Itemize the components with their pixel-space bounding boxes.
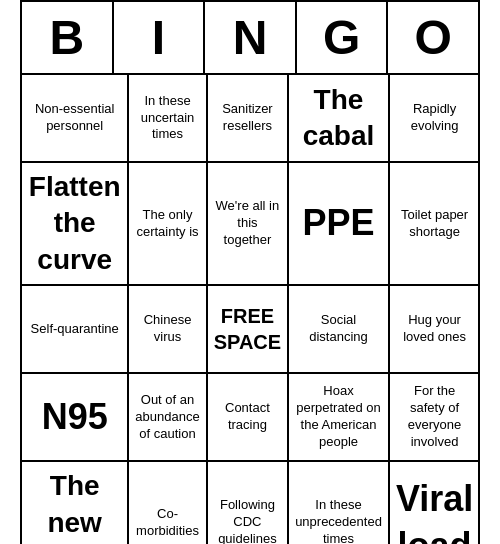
bingo-cell: N95 <box>22 374 129 462</box>
header-letter: B <box>22 2 114 75</box>
bingo-cell: Co-morbidities <box>129 462 207 544</box>
bingo-cell: Viral load <box>390 462 479 544</box>
bingo-cell: Self-quarantine <box>22 286 129 374</box>
bingo-cell: For the safety of everyone involved <box>390 374 479 462</box>
bingo-cell: Out of an abundance of caution <box>129 374 207 462</box>
bingo-cell: In these uncertain times <box>129 75 207 163</box>
bingo-cell: Contact tracing <box>208 374 289 462</box>
bingo-cell: PPE <box>289 163 390 286</box>
bingo-cell: We're all in this together <box>208 163 289 286</box>
bingo-grid: Non-essential personnelIn these uncertai… <box>22 75 478 544</box>
bingo-cell: The new normal <box>22 462 129 544</box>
header-letter: N <box>205 2 297 75</box>
header-letter: G <box>297 2 389 75</box>
header-letter: I <box>114 2 206 75</box>
bingo-cell: FREE SPACE <box>208 286 289 374</box>
bingo-cell: Sanitizer resellers <box>208 75 289 163</box>
bingo-cell: Toilet paper shortage <box>390 163 479 286</box>
bingo-cell: Social distancing <box>289 286 390 374</box>
bingo-cell: Non-essential personnel <box>22 75 129 163</box>
bingo-cell: Following CDC guidelines <box>208 462 289 544</box>
bingo-cell: Flatten the curve <box>22 163 129 286</box>
bingo-card: BINGO Non-essential personnelIn these un… <box>20 0 480 544</box>
header-letter: O <box>388 2 478 75</box>
bingo-cell: Hug your loved ones <box>390 286 479 374</box>
bingo-cell: Rapidly evolving <box>390 75 479 163</box>
bingo-cell: The cabal <box>289 75 390 163</box>
bingo-header: BINGO <box>22 2 478 75</box>
bingo-cell: Chinese virus <box>129 286 207 374</box>
bingo-cell: The only certainty is <box>129 163 207 286</box>
bingo-cell: In these unprecedented times <box>289 462 390 544</box>
bingo-cell: Hoax perpetrated on the American people <box>289 374 390 462</box>
